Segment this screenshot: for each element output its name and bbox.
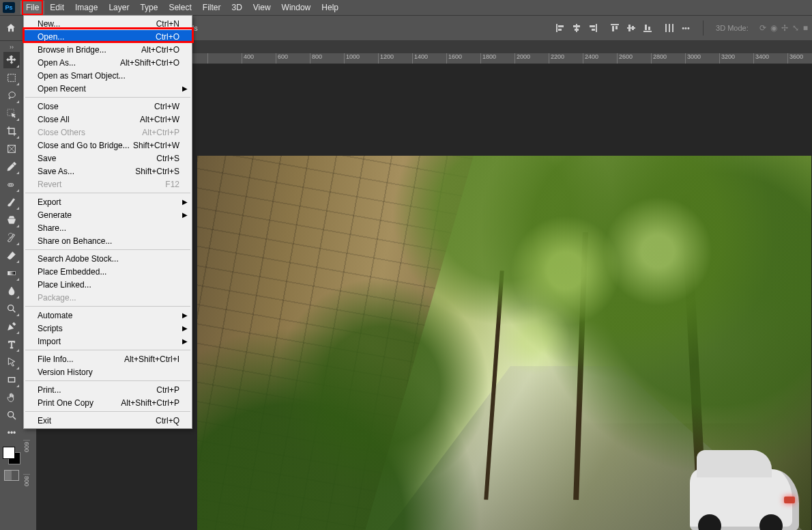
menu-item-print-one-copy[interactable]: Print One CopyAlt+Shift+Ctrl+P <box>24 396 192 409</box>
brush-tool[interactable] <box>3 194 20 210</box>
history-brush-tool[interactable] <box>3 229 20 246</box>
svg-rect-32 <box>8 378 14 382</box>
menu-item-label: Open... <box>38 32 64 42</box>
roll-3d-icon[interactable]: ◉ <box>770 23 777 33</box>
menu-item-scripts[interactable]: Scripts▶ <box>24 322 192 335</box>
ruler-tick: 400 <box>242 53 276 64</box>
menu-layer[interactable]: Layer <box>103 1 134 14</box>
crop-tool[interactable] <box>3 123 20 139</box>
submenu-arrow-icon: ▶ <box>182 211 188 219</box>
document-canvas[interactable] <box>197 156 811 530</box>
menu-view[interactable]: View <box>248 1 276 14</box>
orbit-3d-icon[interactable]: ⟳ <box>759 23 766 33</box>
spot-healing-tool[interactable] <box>3 176 20 193</box>
menu-select[interactable]: Select <box>163 1 197 14</box>
menu-item-browse-in-bridge[interactable]: Browse in Bridge...Alt+Ctrl+O <box>24 43 192 56</box>
align-left-icon[interactable] <box>553 20 568 36</box>
menu-item-close-all[interactable]: Close AllAlt+Ctrl+W <box>24 113 192 126</box>
frame-tool[interactable] <box>3 141 20 157</box>
ruler-tick: 3400 <box>753 53 787 64</box>
clone-stamp-tool[interactable] <box>3 212 20 228</box>
move-tool[interactable] <box>3 52 20 68</box>
pen-tool[interactable] <box>3 318 20 335</box>
ruler-tick: 2200 <box>549 53 583 64</box>
menu-item-label: Close and Go to Bridge... <box>38 141 130 150</box>
distribute-icon[interactable] <box>662 20 677 36</box>
menu-item-export[interactable]: Export▶ <box>24 195 192 208</box>
svg-rect-18 <box>665 24 667 32</box>
menu-item-file-info[interactable]: File Info...Alt+Shift+Ctrl+I <box>24 352 192 365</box>
pan-3d-icon[interactable]: ✢ <box>781 23 788 33</box>
menu-file[interactable]: File <box>20 1 44 14</box>
gradient-tool[interactable] <box>3 265 20 281</box>
svg-rect-17 <box>648 27 650 30</box>
menu-item-place-linked[interactable]: Place Linked... <box>24 278 192 291</box>
blur-tool[interactable] <box>3 283 20 299</box>
menu-item-open-as[interactable]: Open As...Alt+Shift+Ctrl+O <box>24 56 192 69</box>
align-center-h-icon[interactable] <box>569 20 584 36</box>
quick-mask-icon[interactable] <box>4 470 19 481</box>
align-right-icon[interactable] <box>585 20 600 36</box>
expand-toolbar-icon[interactable]: ›› <box>10 44 14 51</box>
menu-item-save[interactable]: SaveCtrl+S <box>24 152 192 165</box>
svg-line-31 <box>12 309 15 312</box>
menu-item-new[interactable]: New...Ctrl+N <box>24 17 192 30</box>
dodge-tool[interactable] <box>3 301 20 317</box>
menu-item-open[interactable]: Open...Ctrl+O <box>24 30 192 43</box>
menu-item-share[interactable]: Share... <box>24 221 192 234</box>
menu-item-shortcut: Ctrl+O <box>156 32 179 42</box>
align-middle-icon[interactable] <box>624 20 639 36</box>
color-swatches[interactable] <box>3 447 20 464</box>
menu-item-label: Automate <box>38 311 72 320</box>
menu-item-generate[interactable]: Generate▶ <box>24 208 192 221</box>
menu-window[interactable]: Window <box>276 1 317 14</box>
ruler-tick: 1600 <box>446 53 480 64</box>
menu-3d[interactable]: 3D <box>226 1 247 14</box>
menu-image[interactable]: Image <box>70 1 103 14</box>
edit-toolbar-icon[interactable]: ••• <box>3 425 20 441</box>
menu-item-share-on-behance[interactable]: Share on Behance... <box>24 234 192 247</box>
menu-item-import[interactable]: Import▶ <box>24 335 192 348</box>
align-top-icon[interactable] <box>607 20 622 36</box>
ruler-tick: 2600 <box>617 53 651 64</box>
menu-type[interactable]: Type <box>134 1 163 14</box>
menu-item-open-recent[interactable]: Open Recent▶ <box>24 82 192 95</box>
menu-edit[interactable]: Edit <box>44 1 70 14</box>
slide-3d-icon[interactable]: ⤡ <box>792 23 799 33</box>
type-tool[interactable] <box>3 336 20 352</box>
marquee-tool[interactable] <box>3 70 20 86</box>
menu-item-open-as-smart-object[interactable]: Open as Smart Object... <box>24 69 192 82</box>
menu-item-automate[interactable]: Automate▶ <box>24 309 192 322</box>
menu-help[interactable]: Help <box>316 1 344 14</box>
path-selection-tool[interactable] <box>3 354 20 370</box>
menu-item-close[interactable]: CloseCtrl+W <box>24 100 192 113</box>
svg-rect-3 <box>576 24 577 32</box>
menu-item-print[interactable]: Print...Ctrl+P <box>24 383 192 396</box>
menu-item-close-and-go-to-bridge[interactable]: Close and Go to Bridge...Shift+Ctrl+W <box>24 139 192 152</box>
eraser-tool[interactable] <box>3 247 20 264</box>
3d-mode-icons: ⟳ ◉ ✢ ⤡ ■ <box>759 23 808 33</box>
menu-separator <box>25 249 190 250</box>
hand-tool[interactable] <box>3 389 20 406</box>
menu-item-version-history[interactable]: Version History <box>24 365 192 378</box>
rectangle-tool[interactable] <box>3 372 20 388</box>
menu-item-place-embedded[interactable]: Place Embedded... <box>24 265 192 278</box>
zoom-tool[interactable] <box>3 407 20 423</box>
align-bottom-icon[interactable] <box>640 20 655 36</box>
align-group: ••• <box>553 20 693 36</box>
menu-item-shortcut: Ctrl+S <box>156 154 179 163</box>
lasso-tool[interactable] <box>3 87 20 104</box>
menu-item-search-adobe-stock[interactable]: Search Adobe Stock... <box>24 252 192 265</box>
menu-item-save-as[interactable]: Save As...Shift+Ctrl+S <box>24 165 192 178</box>
svg-point-33 <box>8 412 14 417</box>
zoom-3d-icon[interactable]: ■ <box>803 23 808 33</box>
foreground-color-swatch[interactable] <box>3 447 15 459</box>
svg-rect-10 <box>612 26 614 31</box>
submenu-arrow-icon: ▶ <box>182 337 188 345</box>
more-align-icon[interactable]: ••• <box>678 20 693 36</box>
menu-item-exit[interactable]: ExitCtrl+Q <box>24 414 192 427</box>
eyedropper-tool[interactable] <box>3 158 20 175</box>
object-selection-tool[interactable] <box>3 105 20 122</box>
menu-filter[interactable]: Filter <box>197 1 227 14</box>
home-icon[interactable] <box>4 21 18 35</box>
